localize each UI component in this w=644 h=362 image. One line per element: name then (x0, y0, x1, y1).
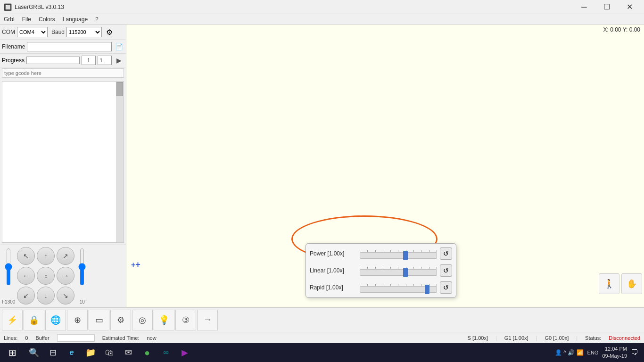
filename-row: Filename 📄 (0, 40, 126, 54)
jog-sw-button[interactable]: ↙ (17, 287, 35, 304)
jog-ne-button[interactable]: ↗ (57, 247, 74, 265)
bottom-toolbar: ⚡ 🔒 🌐 ⊕ ▭ ⚙ ◎ 💡 ③ → (0, 307, 644, 332)
close-button[interactable]: ✕ (619, 0, 640, 14)
taskbar-right: 👤 ^ 🔊 📶 ENG 12:04 PM 09-May-19 🗨 (549, 346, 644, 360)
jog-step-slider[interactable] (77, 248, 87, 286)
buffer-label: Buffer (35, 335, 49, 341)
menu-help[interactable]: ? (91, 15, 102, 24)
menu-colors[interactable]: Colors (35, 15, 59, 24)
jog-e-button[interactable]: → (57, 267, 74, 285)
status-label: Status: (585, 335, 601, 341)
taskbar-taskview[interactable]: ⊟ (44, 344, 61, 361)
jog-speed-slider-wrap: F1300 (2, 248, 15, 304)
com-label: COM (2, 29, 15, 35)
menu-file[interactable]: File (18, 15, 35, 24)
lines-value: 0 (25, 335, 28, 341)
taskbar-store[interactable]: 🛍 (101, 344, 118, 361)
taskbar-arduino[interactable]: ∞ (157, 344, 174, 361)
jog-s-button[interactable]: ↓ (37, 287, 55, 304)
taskbar-folder[interactable]: 📁 (82, 344, 99, 361)
status-bar: Lines: 0 Buffer Estimated Time: now S [1… (0, 332, 644, 343)
main-layout: COM COM4 COM1 COM2 COM3 Baud 115200 9600… (0, 25, 644, 307)
console-scrollbar[interactable] (116, 82, 124, 242)
buffer-input[interactable] (57, 334, 95, 342)
run-button[interactable]: ▶ (114, 55, 124, 66)
power-reset-button[interactable]: ↺ (440, 247, 452, 260)
jog-nw-button[interactable]: ↖ (17, 247, 35, 265)
title-text: LaserGRBL v3.0.13 (15, 4, 573, 10)
rapid-slider[interactable] (360, 286, 437, 293)
linear-slider[interactable] (360, 269, 437, 276)
walk-button[interactable]: 🚶 (599, 273, 619, 294)
filename-label: Filename (2, 43, 25, 50)
baud-select[interactable]: 115200 9600 19200 38400 57600 250000 (66, 27, 102, 37)
jog-step-label: 10 (80, 299, 85, 304)
taskbar-edge[interactable]: e (63, 344, 80, 361)
taskbar-search[interactable]: 🔍 (25, 344, 42, 361)
origin-cross: + (131, 260, 140, 270)
s-label: S [1.00x] (468, 335, 488, 341)
est-value: now (147, 335, 157, 341)
crosshair-button[interactable]: ⊕ (67, 310, 88, 330)
rapid-label: Rapid [1.00x] (310, 284, 357, 291)
power-slider[interactable] (360, 252, 437, 259)
scrollbar-thumb[interactable] (116, 82, 123, 96)
jog-n-button[interactable]: ↑ (37, 247, 55, 265)
jog-step-slider-wrap: 10 (77, 248, 87, 304)
filename-input[interactable] (27, 42, 112, 51)
jog-area: F1300 ↖ ↑ ↗ ← ⌂ → ↙ ↓ ↘ 10 (0, 245, 126, 307)
jog-speed-label: F1300 (2, 299, 15, 304)
start-button[interactable]: ⊞ (1, 343, 24, 362)
menu-grbl[interactable]: Grbl (0, 15, 18, 24)
jog-speed-slider[interactable] (4, 248, 13, 286)
linear-row: Linear [1.00x] ↺ (310, 264, 452, 277)
jog-w-button[interactable]: ← (17, 267, 35, 285)
progress-number: 1 (82, 56, 96, 65)
clock-date: 09-May-19 (602, 353, 627, 360)
file-open-button[interactable]: 📄 (114, 41, 124, 52)
console-area[interactable] (2, 81, 124, 243)
bulb-button[interactable]: 💡 (154, 310, 174, 330)
rect-button[interactable]: ▭ (89, 310, 109, 330)
linear-label: Linear [1.00x] (310, 267, 357, 274)
gear2-button[interactable]: ⚙ (110, 310, 131, 330)
com-select[interactable]: COM4 COM1 COM2 COM3 (17, 27, 48, 37)
taskbar-mail[interactable]: ✉ (120, 344, 137, 361)
lock-button[interactable]: 🔒 (24, 310, 44, 330)
taskbar-app[interactable]: ▶ (176, 344, 193, 361)
flash-button[interactable]: ⚡ (2, 310, 23, 330)
gcode-input-row (0, 67, 126, 79)
float-panel: Power [1.00x] ↺ Linear [1.00x] (305, 243, 456, 298)
baud-label: Baud (51, 29, 65, 35)
rapid-reset-button[interactable]: ↺ (440, 281, 452, 294)
controls-row: COM COM4 COM1 COM2 COM3 Baud 115200 9600… (0, 25, 126, 40)
power-row: Power [1.00x] ↺ (310, 247, 452, 260)
menu-language[interactable]: Language (59, 15, 91, 24)
gcode-input[interactable] (2, 68, 124, 78)
linear-reset-button[interactable]: ↺ (440, 264, 452, 277)
clock-time: 12:04 PM (602, 346, 627, 353)
settings-button[interactable]: ⚙ (104, 26, 115, 38)
menu-bar: Grbl File Colors Language ? (0, 14, 644, 25)
minimize-button[interactable]: ─ (573, 0, 595, 14)
target-button[interactable]: ◎ (132, 310, 153, 330)
progress-bar (26, 57, 80, 64)
globe-button[interactable]: 🌐 (45, 310, 66, 330)
jog-se-button[interactable]: ↘ (57, 287, 74, 304)
three-button[interactable]: ③ (175, 310, 196, 330)
status-value: Disconnected (609, 335, 640, 341)
coords-display: X: 0.00 Y: 0.00 (603, 26, 640, 33)
right-toolbar: 🚶 ✋ (599, 273, 642, 294)
clock: 12:04 PM 09-May-19 (602, 346, 627, 360)
notification-icon[interactable]: 🗨 (631, 348, 638, 357)
taskbar-icons-systray: 👤 ^ 🔊 📶 (555, 349, 584, 356)
arrow-right-button[interactable]: → (197, 310, 218, 330)
taskbar-lang: ENG (587, 350, 599, 355)
progress-step[interactable] (98, 56, 112, 65)
taskbar-chrome[interactable]: ● (139, 344, 156, 361)
est-label: Estimated Time: (102, 335, 140, 341)
hand-button[interactable]: ✋ (621, 273, 642, 294)
maximize-button[interactable]: ☐ (596, 0, 618, 14)
app-icon: 🔲 (4, 3, 12, 11)
jog-home-button[interactable]: ⌂ (37, 267, 55, 285)
